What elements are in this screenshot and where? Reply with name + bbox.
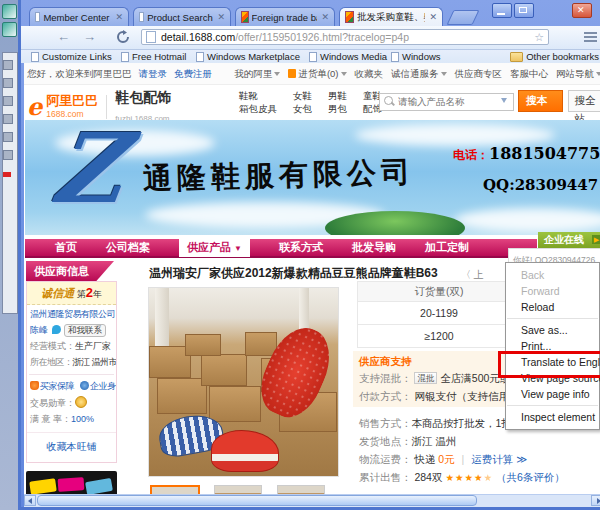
expand-arrow-icon[interactable]: ▶ <box>592 235 600 244</box>
forward-icon[interactable]: → <box>83 29 96 45</box>
maximize-button[interactable] <box>514 3 534 18</box>
greeting-text: 您好，欢迎来到阿里巴巴 <box>27 68 132 81</box>
menu-back: Back <box>506 267 599 283</box>
nav-contact[interactable]: 联系方式 <box>279 240 323 255</box>
close-tab-icon[interactable]: ✕ <box>429 13 437 22</box>
dropdown-caret-icon <box>274 72 280 76</box>
scrollbar-thumb[interactable] <box>37 495 477 506</box>
chengxintong-badge: 诚信通 第2年 <box>27 282 116 305</box>
enterprise-online-header[interactable]: 企业在线▶ <box>538 232 600 248</box>
search-all-button[interactable]: 搜全站 <box>568 90 600 112</box>
promo-tag <box>85 478 113 495</box>
bookmark-item[interactable]: Free Hotmail <box>121 51 186 62</box>
qty-row: ≥1200 <box>358 325 520 348</box>
brand-domain: 1688.com <box>46 109 83 119</box>
bookmark-star-icon[interactable]: ☆ <box>534 31 544 44</box>
close-window-button[interactable]: ✕ <box>572 3 592 18</box>
reviews-link[interactable]: （共6条评价） <box>496 471 565 483</box>
browser-tab-1[interactable]: Member Center -FreeShoppi ✕ <box>29 7 129 26</box>
business-mode: 生产厂家 <box>75 341 111 351</box>
red-baby-shoe <box>211 430 279 472</box>
topbar-cart[interactable]: 进货单(0) <box>288 68 346 81</box>
topbar-service-center[interactable]: 客服中心 <box>510 68 548 81</box>
shop-nav: 首页 公司档案 供应产品 ▼ 联系方式 批发导购 加工定制 <box>25 239 537 258</box>
category-column[interactable]: 女鞋女包 <box>293 89 312 115</box>
page-favicon <box>196 52 204 62</box>
dropdown-caret-icon <box>341 72 347 76</box>
url-domain: detail.1688.com <box>161 31 235 43</box>
topbar-site-nav[interactable]: 网站导航 <box>556 68 600 81</box>
nav-company-profile[interactable]: 公司档案 <box>106 240 150 255</box>
contact-me-button[interactable]: 和我联系 <box>64 324 106 337</box>
pagination-prev[interactable]: 〈 上 <box>461 268 484 282</box>
menu-save-as[interactable]: Save as... <box>506 322 599 338</box>
other-bookmarks[interactable]: Other bookmarks <box>510 51 599 62</box>
menu-inspect-element[interactable]: Inspect element <box>506 409 599 425</box>
nav-home[interactable]: 首页 <box>55 240 77 255</box>
topbar-my-ali[interactable]: 我的阿里 <box>234 68 280 81</box>
category-column[interactable]: 男鞋男包 <box>328 89 347 115</box>
cart-icon <box>288 69 296 78</box>
qty-header: 订货量(双) <box>358 282 520 302</box>
supplier-info-tab[interactable]: 供应商信息 <box>26 261 114 281</box>
browser-tab-3[interactable]: Foreign trade baby shoes, b ✕ <box>235 7 335 26</box>
search-input[interactable] <box>379 93 514 111</box>
freight-price: 0元 <box>438 453 454 465</box>
favorite-shop-link[interactable]: 收藏本旺铺 <box>47 441 97 452</box>
close-tab-icon[interactable]: ✕ <box>115 13 123 22</box>
scroll-right-arrow[interactable] <box>591 495 600 506</box>
tool-icon <box>3 132 13 142</box>
category-column[interactable]: 鞋靴箱包皮具 <box>239 89 277 115</box>
tab-title: Product Search - [FreeShopp <box>147 12 213 23</box>
page-favicon <box>139 12 144 22</box>
nav-products-active[interactable]: 供应产品 ▼ <box>179 238 250 257</box>
company-logo: Z <box>45 120 131 224</box>
search-shop-button[interactable]: 搜本旺铺 <box>518 90 563 112</box>
product-image[interactable] <box>148 287 339 477</box>
tab-strip: Member Center -FreeShoppi ✕ Product Sear… <box>29 7 476 26</box>
search-icon <box>384 96 393 105</box>
close-tab-icon[interactable]: ✕ <box>217 13 225 22</box>
contact-name-link[interactable]: 陈峰 <box>30 325 48 335</box>
horizontal-scrollbar[interactable] <box>24 494 600 507</box>
enterprise-auth-link[interactable]: 企业身份认证 <box>90 381 116 391</box>
topbar-cxt-service[interactable]: 诚信通服务 <box>391 68 447 81</box>
bookmark-item[interactable]: Windows <box>391 51 441 62</box>
rating-stars-icon: ★★★★★ <box>445 472 493 483</box>
product-title: 温州瑞安厂家供应2012新爆款精品豆豆熊品牌童鞋B63 <box>149 265 438 282</box>
supplier-company-link[interactable]: 温州通隆贸易有限公司 <box>30 309 115 319</box>
bookmark-item[interactable]: Windows Marketplace <box>196 51 300 62</box>
back-icon[interactable]: ← <box>57 29 70 45</box>
image-decor <box>201 354 247 386</box>
dropdown-caret-icon <box>441 72 447 76</box>
browser-tab-4-active[interactable]: 批发采购童鞋、婴儿鞋- ✕ <box>339 7 443 26</box>
topbar-favorites[interactable]: 收藏夹 <box>355 68 384 81</box>
buyer-protection-link[interactable]: 买家保障 <box>40 381 74 391</box>
login-link[interactable]: 请登录 <box>139 68 168 81</box>
nav-custom-processing[interactable]: 加工定制 <box>425 240 469 255</box>
wangwang-icon[interactable] <box>52 325 61 334</box>
close-tab-icon[interactable]: ✕ <box>321 13 329 22</box>
menu-view-page-info[interactable]: View page info <box>506 386 599 402</box>
topbar-supplier-zone[interactable]: 供应商专区 <box>455 68 503 81</box>
minimize-button[interactable] <box>492 3 512 18</box>
bookmark-item[interactable]: Customize Links <box>31 51 112 62</box>
buyer-protection-icon <box>30 381 39 390</box>
browser-menu-icon[interactable] <box>584 32 597 43</box>
site-header: e 阿里巴巴 1688.com 鞋包配饰 fuzhi.1688.com 鞋靴箱包… <box>24 84 600 120</box>
search-dropdown-arrow-icon[interactable] <box>501 98 507 103</box>
trade-medal-icon <box>75 396 87 408</box>
reload-icon[interactable] <box>116 30 130 44</box>
search-area: 搜本旺铺 搜全站 <box>379 90 600 112</box>
scroll-left-arrow[interactable] <box>24 495 36 506</box>
freight-calc-link[interactable]: 运费计算 ≫ <box>471 453 527 465</box>
bookmark-item[interactable]: Windows Media <box>309 51 387 62</box>
image-decor <box>209 386 261 422</box>
menu-reload[interactable]: Reload <box>506 299 599 315</box>
browser-tab-2[interactable]: Product Search - [FreeShopp ✕ <box>133 7 231 26</box>
brand-name: 阿里巴巴 <box>46 93 98 108</box>
address-bar[interactable]: detail.1688.com/offer/1159501926.html?tr… <box>141 29 549 45</box>
nav-wholesale-guide[interactable]: 批发导购 <box>352 240 396 255</box>
new-tab-button[interactable] <box>447 10 480 25</box>
register-link[interactable]: 免费注册 <box>174 68 212 81</box>
